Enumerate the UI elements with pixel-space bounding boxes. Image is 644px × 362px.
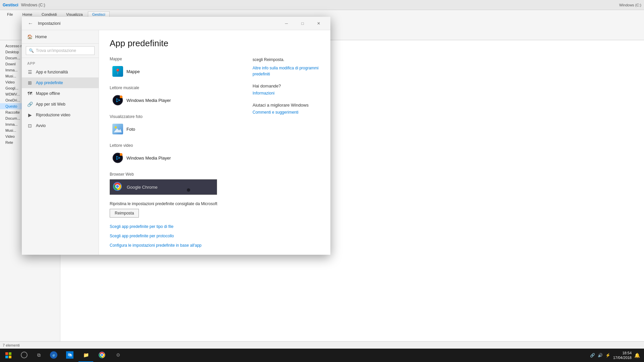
close-button[interactable]: ✕ bbox=[311, 18, 326, 29]
settings-nav-label: App e funzionalità bbox=[36, 70, 68, 74]
category-visualizzatore-foto: Visualizzatore foto bbox=[110, 114, 239, 136]
network-icon: 🔗 bbox=[590, 353, 595, 358]
window-controls: ─ □ ✕ bbox=[279, 18, 326, 29]
svg-point-26 bbox=[101, 354, 103, 356]
settings-search-box[interactable]: 🔍 Trova un'impostazione bbox=[26, 46, 95, 55]
settings-nav-label: Mappe offline bbox=[36, 91, 60, 96]
minimize-button[interactable]: ─ bbox=[279, 18, 294, 29]
file-explorer-titlebar: Gestisci Windows (C:) Windows (C:) bbox=[0, 0, 644, 10]
task-view-button[interactable]: ⧉ bbox=[32, 349, 46, 362]
fe-search: Windows (C:) bbox=[619, 3, 641, 7]
app-name-browser: Google Chrome bbox=[127, 185, 158, 190]
settings-nav-avvio[interactable]: ⊡ Avvio bbox=[22, 120, 99, 131]
settings-nav-app-siti[interactable]: 🔗 App per siti Web bbox=[22, 99, 99, 110]
app-entry-mappe[interactable]: 📍 Mappe bbox=[110, 64, 239, 79]
svg-point-12 bbox=[117, 157, 119, 159]
app-entry-lettore-musicale[interactable]: Windows Media Player bbox=[110, 93, 239, 108]
app-name-mappe: Mappe bbox=[126, 69, 140, 74]
svg-rect-20 bbox=[9, 352, 11, 355]
category-browser-web: Browser Web bbox=[110, 172, 239, 195]
settings-nav-label: App predefinite bbox=[36, 80, 63, 85]
wmp-icon-music bbox=[112, 95, 123, 106]
settings-nav-label: Avvio bbox=[36, 123, 46, 128]
category-lettore-video: Lettore video bbox=[110, 143, 239, 165]
settings-home-button[interactable]: 🏠 Home bbox=[22, 30, 99, 44]
app-siti-icon: 🔗 bbox=[27, 102, 33, 107]
windows-logo-icon bbox=[5, 352, 11, 358]
fe-status-items: 7 elementi bbox=[3, 343, 20, 347]
right-info-section: scegli Reimposta. Altre info sulla modif… bbox=[253, 57, 320, 77]
riproduzione-icon: ▶ bbox=[27, 112, 33, 118]
right-link-informazioni[interactable]: Informazioni bbox=[253, 91, 274, 96]
clock[interactable]: 18:54 17/04/2018 bbox=[613, 351, 632, 360]
back-button[interactable]: ← bbox=[26, 19, 35, 28]
notification-icon: 🔔 bbox=[634, 353, 640, 358]
home-icon: 🏠 bbox=[27, 34, 33, 39]
ie-icon: e bbox=[50, 351, 57, 359]
cortana-button[interactable] bbox=[17, 349, 32, 362]
reset-button[interactable]: Reimposta bbox=[110, 209, 139, 218]
category-lettore-musicale-label: Lettore musicale bbox=[110, 85, 239, 90]
page-title: App predefinite bbox=[110, 38, 320, 49]
link-per-tipo-file[interactable]: Scegli app predefinite per tipo di file bbox=[110, 224, 239, 229]
app-entry-foto[interactable]: Foto bbox=[110, 122, 239, 136]
right-domande-title: Hai domande? bbox=[253, 83, 320, 88]
right-link-commenti[interactable]: Commenti e suggerimenti bbox=[253, 110, 299, 115]
svg-point-3 bbox=[117, 99, 119, 101]
task-view-icon: ⧉ bbox=[37, 352, 41, 358]
volume-icon: 🔊 bbox=[598, 353, 603, 358]
fe-location: Windows (C:) bbox=[21, 3, 45, 7]
fe-tab-file[interactable]: File bbox=[3, 11, 17, 17]
settings-right-panel: scegli Reimposta. Altre info sulla modif… bbox=[253, 57, 320, 252]
settings-nav-app-funzionalita[interactable]: ☰ App e funzionalità bbox=[22, 67, 99, 77]
taskbar-file-explorer[interactable]: 📁 bbox=[78, 349, 93, 362]
fe-statusbar: 7 elementi bbox=[0, 341, 644, 349]
date-display: 17/04/2018 bbox=[613, 355, 632, 360]
app-name-lettore-video: Windows Media Player bbox=[126, 156, 171, 161]
taskbar-chrome[interactable] bbox=[95, 349, 109, 362]
settings-home-label: Home bbox=[35, 34, 47, 39]
avvio-icon: ⊡ bbox=[27, 123, 33, 128]
settings-window: ← Impostazioni ─ □ ✕ 🏠 Home 🔍 Trova un'i… bbox=[22, 17, 330, 255]
category-visualizzatore-label: Visualizzatore foto bbox=[110, 114, 239, 119]
settings-content: App predefinite Mappe 📍 Mappe Lettore bbox=[99, 30, 330, 255]
taskbar: ⧉ e 🛍 📁 ⚙ 🔗 bbox=[0, 349, 644, 362]
link-per-protocollo[interactable]: Scegli app predefinite per protocollo bbox=[110, 234, 239, 238]
taskbar-ie[interactable]: e bbox=[46, 349, 61, 362]
settings-nav-app-predefinite[interactable]: ⊞ App predefinite bbox=[22, 77, 99, 88]
cortana-icon bbox=[21, 352, 28, 358]
settings-sidebar: 🏠 Home 🔍 Trova un'impostazione App ☰ App… bbox=[22, 30, 99, 255]
app-entry-browser[interactable]: Google Chrome bbox=[110, 179, 217, 195]
svg-point-18 bbox=[116, 185, 119, 188]
settings-window-title: Impostazioni bbox=[38, 21, 279, 26]
mappe-offline-icon: 🗺 bbox=[27, 91, 33, 96]
taskbar-settings[interactable]: ⚙ bbox=[111, 349, 125, 362]
right-migliora-title: Aiutaci a migliorare Windows bbox=[253, 103, 320, 108]
reset-section: Ripristina le impostazioni predefinite c… bbox=[110, 201, 239, 218]
settings-nav-label: Riproduzione video bbox=[36, 113, 70, 117]
category-browser-label: Browser Web bbox=[110, 172, 239, 177]
app-name-foto: Foto bbox=[126, 127, 135, 132]
app-name-lettore-musicale: Windows Media Player bbox=[126, 98, 171, 103]
settings-nav-riproduzione[interactable]: ▶ Riproduzione video bbox=[22, 110, 99, 120]
settings-nav-mappe-offline[interactable]: 🗺 Mappe offline bbox=[22, 88, 99, 99]
bottom-links: Scegli app predefinite per tipo di file … bbox=[110, 224, 239, 248]
taskbar-app-list: e 🛍 📁 ⚙ bbox=[46, 349, 125, 362]
app-funzionalita-icon: ☰ bbox=[27, 69, 33, 75]
maps-icon: 📍 bbox=[112, 66, 123, 77]
link-base-app[interactable]: Configura le impostazioni predefinite in… bbox=[110, 243, 239, 248]
time-display: 18:54 bbox=[613, 351, 632, 355]
maximize-button[interactable]: □ bbox=[295, 18, 310, 29]
start-button[interactable] bbox=[0, 349, 17, 362]
settings-body: 🏠 Home 🔍 Trova un'impostazione App ☰ App… bbox=[22, 30, 330, 255]
chrome-icon bbox=[113, 182, 123, 192]
settings-titlebar: ← Impostazioni ─ □ ✕ bbox=[22, 17, 330, 30]
settings-nav-label: App per siti Web bbox=[36, 102, 65, 107]
svg-rect-21 bbox=[5, 356, 8, 358]
right-link-modifica[interactable]: Altre info sulla modifica di programmi p… bbox=[253, 66, 319, 76]
right-domande-section: Hai domande? Informazioni bbox=[253, 83, 320, 96]
search-placeholder-text: Trova un'impostazione bbox=[36, 48, 76, 53]
taskbar-store[interactable]: 🛍 bbox=[62, 349, 77, 362]
svg-point-14 bbox=[120, 154, 122, 156]
app-entry-lettore-video[interactable]: Windows Media Player bbox=[110, 150, 239, 165]
